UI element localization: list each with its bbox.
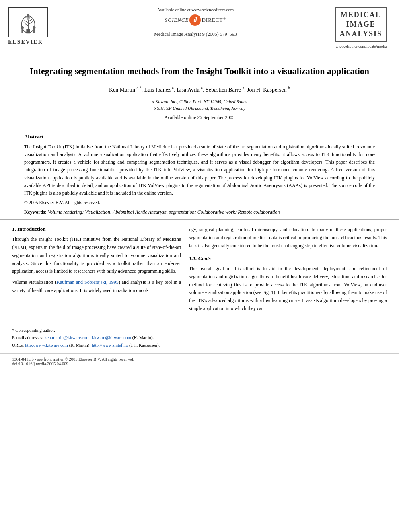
abstract-section: Abstract The Insight Toolkit (ITK) initi… bbox=[0, 127, 399, 220]
page: ELSEVIER Available online at www.science… bbox=[0, 0, 399, 532]
subsection-goals-heading: 1.1. Goals bbox=[189, 254, 387, 263]
sciencedirect-logo: SCIENCE d DIRECT® bbox=[165, 14, 226, 26]
abstract-text-content: The Insight Toolkit (ITK) initiative fro… bbox=[24, 144, 375, 196]
header-right: MEDICALIMAGEANALYSIS www.elsevier.com/lo… bbox=[319, 7, 387, 49]
elsevier-tree-icon bbox=[12, 10, 44, 35]
email1-link[interactable]: ken.martin@kitware.com bbox=[45, 335, 90, 340]
section1-right-body: ogy, surgical planning, confocal microsc… bbox=[189, 226, 387, 313]
svg-point-10 bbox=[21, 26, 24, 29]
affiliation-a: a Kitware Inc., Clifton Park, NY 12065, … bbox=[152, 99, 247, 104]
article-title: Integrating segmentation methods from th… bbox=[24, 65, 375, 78]
svg-point-8 bbox=[27, 14, 29, 17]
section1-body: Through the Insight Toolkit (ITK) initia… bbox=[12, 236, 181, 295]
issn-line: 1361-8415/$ - see front matter © 2005 El… bbox=[12, 357, 387, 362]
affiliation-b: b SINTEF Unimed Ultrasound, Trondheim, N… bbox=[154, 106, 245, 111]
journal-url: www.elsevier.com/locate/media bbox=[335, 44, 387, 49]
para2-prefix: Volume visualization ( bbox=[12, 279, 56, 285]
url2-suffix: (J.H. Kaspersen). bbox=[129, 343, 160, 347]
email2-link[interactable]: kitware@kitware.com bbox=[92, 335, 131, 340]
body-right-column: ogy, surgical planning, confocal microsc… bbox=[189, 226, 387, 316]
copyright-line: © 2005 Elsevier B.V. All rights reserved… bbox=[24, 200, 375, 205]
doi-line: doi:10.1016/j.media.2005.04.009 bbox=[12, 362, 387, 366]
corresponding-note: * Corresponding author. bbox=[12, 327, 387, 334]
svg-line-4 bbox=[28, 21, 33, 24]
svg-rect-11 bbox=[33, 29, 35, 33]
right-para1: ogy, surgical planning, confocal microsc… bbox=[189, 226, 387, 250]
abstract-title: Abstract bbox=[24, 134, 375, 140]
elsevier-logo-area: ELSEVIER bbox=[8, 7, 72, 45]
email-suffix: (K. Martin). bbox=[132, 335, 154, 340]
footer-notes: * Corresponding author. E-mail addresses… bbox=[0, 322, 399, 353]
body-left-column: 1. Introduction Through the Insight Tool… bbox=[12, 226, 181, 316]
url-label: URLs: bbox=[12, 343, 24, 347]
registered-mark: ® bbox=[223, 16, 226, 21]
intro-para2: Volume visualization (Kaufman and Sobier… bbox=[12, 279, 181, 295]
sciencedirect-icon: d bbox=[189, 14, 201, 26]
available-online-text: Available online at www.sciencedirect.co… bbox=[157, 7, 234, 12]
abstract-body: The Insight Toolkit (ITK) initiative fro… bbox=[24, 143, 375, 197]
journal-title-text: MEDICALIMAGEANALYSIS bbox=[340, 10, 382, 39]
svg-line-5 bbox=[25, 20, 28, 23]
direct-label: DIRECT bbox=[202, 17, 223, 23]
kaufman-citation-link[interactable]: Kaufman and Sobierajski, 1995 bbox=[56, 279, 119, 285]
available-date: Available online 26 September 2005 bbox=[24, 115, 375, 121]
journal-volume-info: Medical Image Analysis 9 (2005) 579–593 bbox=[154, 31, 237, 37]
url2-link[interactable]: http://www.sintef.no bbox=[92, 343, 128, 347]
affiliations: a Kitware Inc., Clifton Park, NY 12065, … bbox=[24, 98, 375, 112]
url2-text: http://www.sintef.no bbox=[92, 343, 128, 347]
article-title-section: Integrating segmentation methods from th… bbox=[0, 53, 399, 127]
keywords-label: Keywords: bbox=[24, 209, 47, 215]
goals-para: The overall goal of this effort is to ai… bbox=[189, 265, 387, 313]
url1-text: http://www.kitware.com bbox=[25, 343, 68, 347]
keywords-content: Volume rendering; Visualization; Abdomin… bbox=[48, 209, 280, 215]
body-section: 1. Introduction Through the Insight Tool… bbox=[0, 220, 399, 322]
email1-text: ken.martin@kitware.com bbox=[45, 335, 90, 340]
svg-rect-9 bbox=[21, 29, 23, 33]
url1-suffix: (K. Martin), bbox=[69, 343, 90, 347]
intro-para1: Through the Insight Toolkit (ITK) initia… bbox=[12, 236, 181, 275]
direct-text: DIRECT® bbox=[202, 16, 226, 23]
url1-link[interactable]: http://www.kitware.com bbox=[25, 343, 68, 347]
authors-line: Ken Martin a,*, Luis Ibáñez a, Lisa Avil… bbox=[24, 86, 375, 93]
section1-heading: 1. Introduction bbox=[12, 226, 181, 232]
goals-text: The overall goal of this effort is to ai… bbox=[189, 266, 387, 311]
elsevier-logo-box bbox=[8, 7, 48, 37]
science-text: SCIENCE bbox=[165, 17, 189, 23]
elsevier-text: ELSEVIER bbox=[8, 39, 72, 45]
svg-point-12 bbox=[33, 26, 35, 29]
journal-header: ELSEVIER Available online at www.science… bbox=[0, 0, 399, 53]
url-note: URLs: http://www.kitware.com (K. Martin)… bbox=[12, 341, 387, 349]
header-center: Available online at www.sciencedirect.co… bbox=[72, 7, 319, 37]
footer-bottom: 1361-8415/$ - see front matter © 2005 El… bbox=[0, 353, 399, 369]
email-label: E-mail addresses: bbox=[12, 335, 43, 340]
citation-text: Kaufman and Sobierajski, 1995 bbox=[56, 279, 119, 285]
keywords-line: Keywords: Volume rendering; Visualizatio… bbox=[24, 209, 375, 215]
email-note: E-mail addresses: ken.martin@kitware.com… bbox=[12, 334, 387, 341]
email2-text: kitware@kitware.com bbox=[92, 335, 131, 340]
journal-title-box: MEDICALIMAGEANALYSIS bbox=[335, 7, 387, 42]
